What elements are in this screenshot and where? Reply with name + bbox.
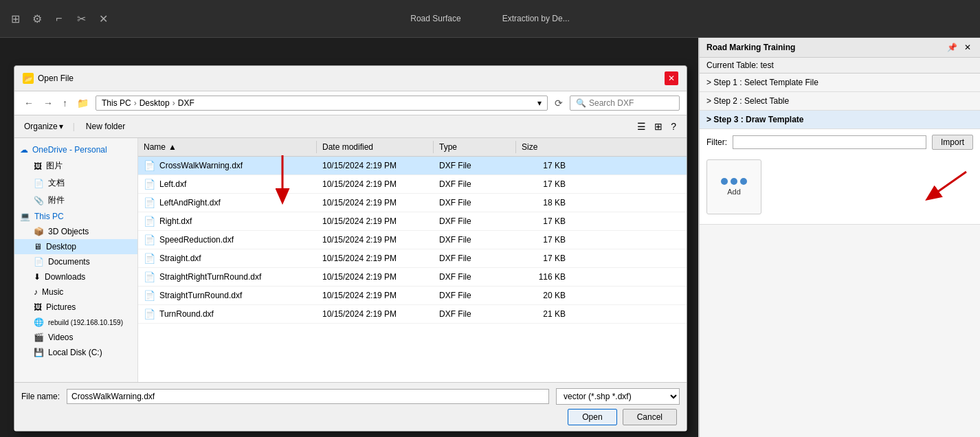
title-road-surface: Road Surface (410, 14, 460, 23)
dialog-actions: Open Cancel (21, 409, 680, 425)
dialog-title-left: 📂 Open File (23, 73, 74, 84)
docs-cn-label: 文档 (48, 177, 65, 189)
folder-icon-btn[interactable]: 📁 (74, 96, 91, 110)
step-1-item[interactable]: > Step 1 : Select Template File (700, 74, 980, 92)
step-3-item[interactable]: > Step 3 : Draw Template (700, 111, 980, 129)
attachments-cn-label: 附件 (48, 194, 65, 206)
import-button[interactable]: Import (932, 135, 973, 150)
file-list: Name ▲ Date modified Type Size (138, 138, 687, 382)
thispc-icon: 💻 (20, 212, 30, 221)
file-size: 17 KB (516, 215, 571, 227)
nav-docs-cn[interactable]: 📄 文档 (14, 175, 137, 192)
file-date: 10/15/2024 2:19 PM (317, 308, 434, 320)
filetype-select[interactable]: vector (*.shp *.dxf) (556, 388, 680, 405)
tool-icon-5[interactable]: ✕ (95, 10, 111, 27)
file-row[interactable]: 📄 StraightTurnRound.dxf 10/15/2024 2:19 … (138, 287, 687, 305)
file-row[interactable]: 📄 Straight.dxf 10/15/2024 2:19 PM DXF Fi… (138, 249, 687, 268)
file-row[interactable]: 📄 SpeedReduction.dxf 10/15/2024 2:19 PM … (138, 231, 687, 249)
file-row[interactable]: 📄 Left.dxf 10/15/2024 2:19 PM DXF File 1… (138, 175, 687, 194)
thispc-label: This PC (34, 212, 64, 221)
view-list-button[interactable]: ☰ (634, 119, 649, 134)
file-icon: 📄 (144, 271, 155, 282)
nav-music[interactable]: ♪ Music (14, 284, 137, 300)
forward-button[interactable]: → (41, 96, 56, 110)
new-folder-button[interactable]: New folder (82, 120, 129, 133)
file-name: Right.dxf (159, 216, 192, 226)
tool-icon-2[interactable]: ⚙ (29, 10, 45, 27)
pictures-label: Pictures (46, 302, 76, 312)
file-row[interactable]: 📄 CrossWalkWarning.dxf 10/15/2024 2:19 P… (138, 157, 687, 175)
search-input[interactable] (589, 98, 671, 108)
file-row[interactable]: 📄 LeftAndRight.dxf 10/15/2024 2:19 PM DX… (138, 194, 687, 212)
panel-title: Road Marking Training (706, 43, 795, 52)
file-type: DXF File (434, 308, 516, 320)
file-name: StraightRightTurnRound.dxf (159, 272, 261, 282)
help-button[interactable]: ? (667, 119, 680, 134)
panel-pin-button[interactable]: 📌 (945, 42, 959, 53)
file-toolbar: Organize ▾ | New folder ☰ ⊞ ? (14, 115, 687, 138)
nav-pictures-cn[interactable]: 🖼 图片 (14, 157, 137, 175)
col-header-name[interactable]: Name ▲ (138, 141, 317, 153)
music-icon: ♪ (34, 287, 38, 297)
file-date: 10/15/2024 2:19 PM (317, 159, 434, 172)
col-type-label: Type (439, 142, 457, 152)
file-icon: 📄 (144, 234, 155, 245)
nav-rebuild[interactable]: 🌐 rebuild (192.168.10.159) (14, 315, 137, 330)
nav-pictures[interactable]: 🖼 Pictures (14, 300, 137, 315)
open-button[interactable]: Open (568, 409, 616, 425)
up-button[interactable]: ↑ (60, 96, 70, 110)
desktop-icon: 🖥 (34, 242, 42, 251)
view-grid-button[interactable]: ⊞ (651, 119, 666, 134)
nav-desktop[interactable]: 🖥 Desktop (14, 239, 137, 254)
nav-attachments-cn[interactable]: 📎 附件 (14, 192, 137, 209)
breadcrumb[interactable]: This PC › Desktop › DXF ▾ (96, 96, 548, 111)
nav-localdisk[interactable]: 💾 Local Disk (C:) (14, 345, 137, 360)
file-size: 21 KB (516, 308, 571, 320)
dialog-titlebar: 📂 Open File ✕ (14, 66, 687, 91)
col-header-date[interactable]: Date modified (317, 141, 434, 153)
file-type: DXF File (434, 289, 516, 302)
template-card-add[interactable]: Add (706, 159, 761, 214)
right-panel: Road Marking Training 📌 ✕ Current Table:… (698, 38, 980, 437)
file-row[interactable]: 📄 StraightRightTurnRound.dxf 10/15/2024 … (138, 268, 687, 287)
dot-1 (721, 178, 728, 185)
file-size: 17 KB (516, 234, 571, 246)
tool-icon-3[interactable]: ⌐ (51, 10, 67, 27)
nav-onedrive[interactable]: ☁ OneDrive - Personal (14, 142, 137, 157)
file-row[interactable]: 📄 Right.dxf 10/15/2024 2:19 PM DXF File … (138, 212, 687, 231)
col-header-type[interactable]: Type (434, 141, 516, 153)
file-type: DXF File (434, 234, 516, 246)
dropdown-arrow: ▾ (537, 98, 542, 108)
cancel-button[interactable]: Cancel (623, 409, 677, 425)
organize-button[interactable]: Organize ▾ (21, 120, 66, 133)
documents-icon: 📄 (34, 257, 44, 267)
nav-downloads[interactable]: ⬇ Downloads (14, 269, 137, 284)
file-icon: 📄 (144, 179, 155, 190)
back-button[interactable]: ← (21, 96, 36, 110)
filename-input[interactable] (67, 389, 549, 404)
onedrive-label: OneDrive - Personal (32, 145, 107, 155)
file-size: 18 KB (516, 197, 571, 209)
attachments-cn-icon: 📎 (34, 196, 44, 205)
step-2-item[interactable]: > Step 2 : Select Table (700, 92, 980, 111)
tool-icon-4[interactable]: ✂ (73, 10, 89, 27)
file-icon: 📄 (144, 197, 155, 208)
dialog-bottom: File name: vector (*.shp *.dxf) Open Can… (14, 382, 687, 431)
nav-3dobjects[interactable]: 📦 3D Objects (14, 224, 137, 239)
col-header-size[interactable]: Size (516, 141, 571, 153)
nav-thispc[interactable]: 💻 This PC (14, 209, 137, 224)
panel-controls: 📌 ✕ (945, 42, 973, 53)
panel-close-button[interactable]: ✕ (962, 42, 973, 53)
tool-icon-1[interactable]: ⊞ (7, 10, 23, 27)
file-icon: 📄 (144, 216, 155, 227)
dialog-close-button[interactable]: ✕ (665, 71, 678, 85)
music-label: Music (42, 287, 63, 297)
nav-documents[interactable]: 📄 Documents (14, 254, 137, 269)
open-file-dialog: 📂 Open File ✕ ← → ↑ 📁 (14, 65, 687, 432)
file-type: DXF File (434, 178, 516, 190)
filter-input[interactable] (733, 135, 926, 149)
col-name-sort: ▲ (168, 142, 177, 152)
file-row[interactable]: 📄 TurnRound.dxf 10/15/2024 2:19 PM DXF F… (138, 305, 687, 324)
nav-videos[interactable]: 🎬 Videos (14, 330, 137, 345)
refresh-button[interactable]: ⟳ (552, 96, 566, 110)
